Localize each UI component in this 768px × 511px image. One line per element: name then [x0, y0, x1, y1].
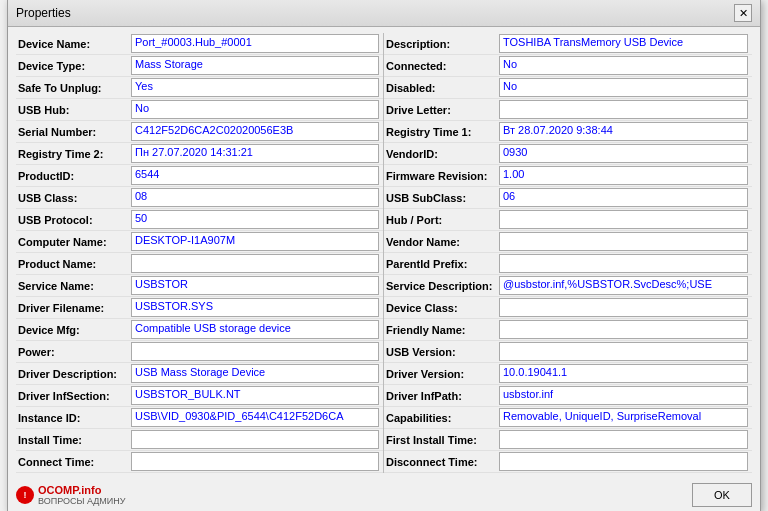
row-label: Registry Time 1:	[384, 124, 499, 140]
row-label: Driver InfSection:	[16, 388, 131, 404]
row-label: Driver InfPath:	[384, 388, 499, 404]
table-row: Connect Time:	[16, 451, 383, 473]
row-value: USBSTOR_BULK.NT	[131, 386, 379, 405]
table-row: Capabilities:Removable, UniqueID, Surpri…	[384, 407, 752, 429]
table-row: Vendor Name:	[384, 231, 752, 253]
row-label: USB Protocol:	[16, 212, 131, 228]
row-label: Capabilities:	[384, 410, 499, 426]
table-row: Product Name:	[16, 253, 383, 275]
row-label: Description:	[384, 36, 499, 52]
row-label: Registry Time 2:	[16, 146, 131, 162]
row-value	[499, 452, 748, 471]
row-value: USBSTOR.SYS	[131, 298, 379, 317]
row-label: Firmware Revision:	[384, 168, 499, 184]
right-column: Description:TOSHIBA TransMemory USB Devi…	[384, 33, 752, 473]
table-row: Description:TOSHIBA TransMemory USB Devi…	[384, 33, 752, 55]
row-label: Product Name:	[16, 256, 131, 272]
window-title: Properties	[16, 6, 71, 20]
row-value	[131, 430, 379, 449]
table-row: VendorID:0930	[384, 143, 752, 165]
table-row: USB Hub:No	[16, 99, 383, 121]
row-value	[499, 232, 748, 251]
row-value	[131, 254, 379, 273]
row-value	[499, 320, 748, 339]
row-value: No	[499, 56, 748, 75]
row-label: Connected:	[384, 58, 499, 74]
table-row: Driver Description:USB Mass Storage Devi…	[16, 363, 383, 385]
table-row: Driver InfSection:USBSTOR_BULK.NT	[16, 385, 383, 407]
table-row: USB Version:	[384, 341, 752, 363]
row-value: No	[131, 100, 379, 119]
row-value: USBSTOR	[131, 276, 379, 295]
table-row: Device Type:Mass Storage	[16, 55, 383, 77]
row-label: Service Name:	[16, 278, 131, 294]
row-value: 10.0.19041.1	[499, 364, 748, 383]
table-row: Computer Name:DESKTOP-I1A907M	[16, 231, 383, 253]
row-value	[499, 254, 748, 273]
row-label: Driver Filename:	[16, 300, 131, 316]
row-label: ProductID:	[16, 168, 131, 184]
row-label: Computer Name:	[16, 234, 131, 250]
row-label: Install Time:	[16, 432, 131, 448]
content-area: Device Name:Port_#0003.Hub_#0001Device T…	[8, 27, 760, 477]
row-label: VendorID:	[384, 146, 499, 162]
row-label: Hub / Port:	[384, 212, 499, 228]
row-label: Instance ID:	[16, 410, 131, 426]
row-label: USB Version:	[384, 344, 499, 360]
table-row: Registry Time 2:Пн 27.07.2020 14:31:21	[16, 143, 383, 165]
table-row: ProductID:6544	[16, 165, 383, 187]
table-row: USB Protocol:50	[16, 209, 383, 231]
row-label: Drive Letter:	[384, 102, 499, 118]
row-value: 50	[131, 210, 379, 229]
table-row: Install Time:	[16, 429, 383, 451]
row-label: USB SubClass:	[384, 190, 499, 206]
row-label: Service Description:	[384, 278, 499, 294]
left-column: Device Name:Port_#0003.Hub_#0001Device T…	[16, 33, 384, 473]
table-row: Driver InfPath:usbstor.inf	[384, 385, 752, 407]
table-row: Hub / Port:	[384, 209, 752, 231]
row-label: First Install Time:	[384, 432, 499, 448]
row-label: Driver Version:	[384, 366, 499, 382]
close-button[interactable]: ✕	[734, 4, 752, 22]
row-label: Disconnect Time:	[384, 454, 499, 470]
row-label: Connect Time:	[16, 454, 131, 470]
row-value: 6544	[131, 166, 379, 185]
row-value	[131, 342, 379, 361]
row-value	[499, 298, 748, 317]
row-label: Friendly Name:	[384, 322, 499, 338]
table-row: Safe To Unplug:Yes	[16, 77, 383, 99]
table-row: Connected:No	[384, 55, 752, 77]
row-label: Safe To Unplug:	[16, 80, 131, 96]
row-value	[499, 342, 748, 361]
row-value: USB Mass Storage Device	[131, 364, 379, 383]
table-row: Disconnect Time:	[384, 451, 752, 473]
properties-grid: Device Name:Port_#0003.Hub_#0001Device T…	[16, 33, 752, 473]
table-row: First Install Time:	[384, 429, 752, 451]
row-value: Mass Storage	[131, 56, 379, 75]
table-row: Drive Letter:	[384, 99, 752, 121]
title-bar: Properties ✕	[8, 0, 760, 27]
table-row: Friendly Name:	[384, 319, 752, 341]
table-row: Power:	[16, 341, 383, 363]
row-value: DESKTOP-I1A907M	[131, 232, 379, 251]
table-row: Service Name:USBSTOR	[16, 275, 383, 297]
ok-button[interactable]: OK	[692, 483, 752, 507]
table-row: Device Class:	[384, 297, 752, 319]
table-row: Firmware Revision:1.00	[384, 165, 752, 187]
watermark: ! OCOMP.info ВОПРОСЫ АДМИНУ	[16, 484, 126, 506]
row-value: Пн 27.07.2020 14:31:21	[131, 144, 379, 163]
row-label: Device Name:	[16, 36, 131, 52]
row-value	[499, 100, 748, 119]
table-row: Disabled:No	[384, 77, 752, 99]
row-label: USB Class:	[16, 190, 131, 206]
table-row: Registry Time 1:Вт 28.07.2020 9:38:44	[384, 121, 752, 143]
table-row: USB SubClass:06	[384, 187, 752, 209]
row-label: Driver Description:	[16, 366, 131, 382]
properties-window: Properties ✕ Device Name:Port_#0003.Hub_…	[7, 0, 761, 511]
row-label: Device Type:	[16, 58, 131, 74]
row-label: Vendor Name:	[384, 234, 499, 250]
row-value: Yes	[131, 78, 379, 97]
row-value: C412F52D6CA2C02020056E3B	[131, 122, 379, 141]
row-label: Serial Number:	[16, 124, 131, 140]
row-value: USB\VID_0930&PID_6544\C412F52D6CA	[131, 408, 379, 427]
